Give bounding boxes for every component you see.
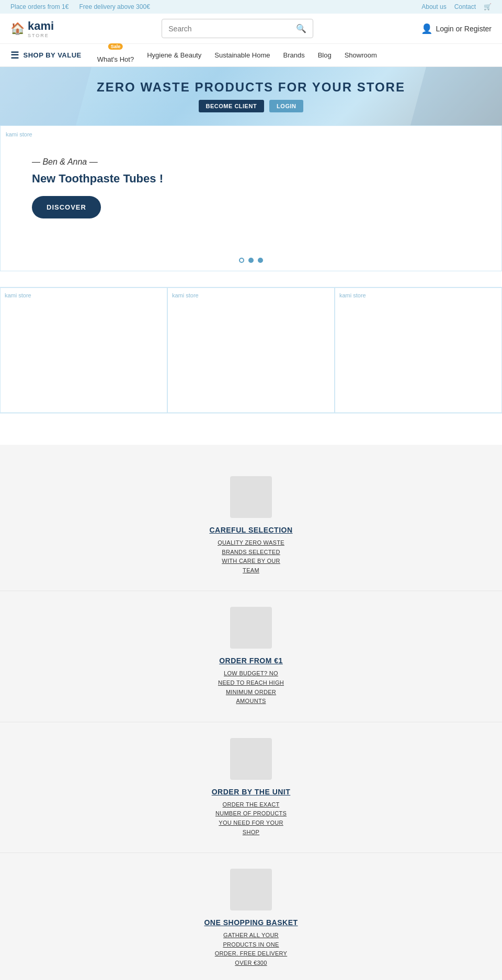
top-bar-links: About us Contact 🛒: [421, 3, 492, 10]
feature-careful-selection: CAREFUL SELECTION QUALITY ZERO WASTEBRAN…: [0, 460, 502, 591]
feature-one-basket: ONE SHOPPING BASKET GATHER ALL YOURPRODU…: [0, 853, 502, 980]
carousel-dot-1[interactable]: [239, 258, 244, 263]
search-input[interactable]: [168, 25, 292, 33]
cart-icon[interactable]: 🛒: [484, 3, 492, 10]
logo-text-group: kami store: [28, 19, 54, 38]
nav-items: Sale What's Hot? Hygiene & Beauty Sustai…: [97, 48, 377, 63]
careful-selection-desc: QUALITY ZERO WASTEBRANDS SELECTEDWITH CA…: [218, 538, 284, 575]
nav-blog[interactable]: Blog: [318, 51, 332, 59]
login-text: Login or Register: [436, 25, 492, 33]
hamburger-icon: ☰: [10, 50, 19, 61]
contact-link[interactable]: Contact: [454, 3, 476, 10]
banner-title: ZERO WASTE PRODUCTS FOR YOUR STORE: [97, 80, 405, 95]
carousel-dot-2[interactable]: [248, 258, 254, 263]
nav-sustainable-home[interactable]: Sustainable Home: [214, 51, 270, 59]
main-nav: ☰ SHOP BY VALUE Sale What's Hot? Hygiene…: [0, 44, 502, 67]
logo-name: kami: [28, 19, 54, 32]
sale-badge: Sale: [108, 43, 123, 50]
order-from-1-title: ORDER FROM €1: [219, 656, 283, 665]
card-3-watermark: kami store: [339, 292, 366, 298]
order-from-1-desc: LOW BUDGET? NONEED TO REACH HIGHMINIMUM …: [218, 669, 284, 706]
carousel-dot-3[interactable]: [258, 258, 263, 263]
card-1-watermark: kami store: [5, 292, 31, 298]
promo-1: Place orders from 1€: [10, 3, 69, 10]
logo-house-icon: 🏠: [10, 22, 25, 36]
hero-watermark: kami store: [6, 131, 32, 137]
feature-order-by-unit: ORDER BY THE UNIT ORDER THE EXACTNUMBER …: [0, 722, 502, 853]
banner-login-button[interactable]: LOGIN: [269, 100, 303, 112]
product-card-1: kami store: [0, 287, 167, 413]
spacer-2: [0, 413, 502, 429]
order-by-unit-desc: ORDER THE EXACTNUMBER OF PRODUCTSYOU NEE…: [215, 800, 287, 837]
features-section: CAREFUL SELECTION QUALITY ZERO WASTEBRAN…: [0, 445, 502, 980]
hero-brand: — Ben & Anna —: [32, 157, 98, 167]
product-card-3: kami store: [335, 287, 502, 413]
header-login[interactable]: 👤 Login or Register: [421, 23, 492, 34]
nav-brands[interactable]: Brands: [283, 51, 304, 59]
top-bar-promos: Place orders from 1€ Free delivery above…: [10, 3, 150, 10]
header: 🏠 kami store 🔍 👤 Login or Register: [0, 14, 502, 44]
card-2-watermark: kami store: [172, 292, 199, 298]
logo[interactable]: 🏠 kami store: [10, 19, 54, 38]
order-by-unit-title: ORDER BY THE UNIT: [212, 788, 291, 796]
nav-hygiene-beauty[interactable]: Hygiene & Beauty: [147, 51, 201, 59]
hero-content: — Ben & Anna — New Toothpaste Tubes ! DI…: [1, 126, 501, 250]
banner-buttons: BECOME CLIENT LOGIN: [199, 100, 304, 112]
one-basket-icon: [230, 869, 272, 910]
nav-showroom[interactable]: Showroom: [345, 51, 377, 59]
user-icon: 👤: [421, 23, 432, 34]
about-link[interactable]: About us: [421, 3, 446, 10]
search-icon: 🔍: [296, 24, 306, 33]
logo-sub: store: [28, 33, 54, 38]
one-basket-title: ONE SHOPPING BASKET: [204, 918, 298, 927]
careful-selection-title: CAREFUL SELECTION: [209, 526, 292, 534]
feature-order-from-1: ORDER FROM €1 LOW BUDGET? NONEED TO REAC…: [0, 591, 502, 722]
hero-title: New Toothpaste Tubes !: [32, 172, 163, 186]
search-bar[interactable]: 🔍: [162, 19, 313, 38]
order-by-unit-icon: [230, 738, 272, 780]
careful-selection-icon: [230, 476, 272, 518]
become-client-button[interactable]: BECOME CLIENT: [199, 100, 265, 112]
spacer-1: [0, 271, 502, 287]
hero-section: kami store — Ben & Anna — New Toothpaste…: [0, 125, 502, 271]
top-bar: Place orders from 1€ Free delivery above…: [0, 0, 502, 14]
promo-2: Free delivery above 300€: [79, 3, 150, 10]
discover-button[interactable]: DISCOVER: [32, 196, 101, 218]
carousel-dots: [1, 250, 501, 271]
hero-banner: ZERO WASTE PRODUCTS FOR YOUR STORE BECOM…: [0, 67, 502, 125]
nav-whats-hot[interactable]: Sale What's Hot?: [97, 53, 134, 63]
product-cards: kami store kami store kami store: [0, 287, 502, 413]
product-card-2: kami store: [167, 287, 335, 413]
order-from-1-icon: [230, 607, 272, 649]
one-basket-desc: GATHER ALL YOURPRODUCTS IN ONEORDER. FRE…: [215, 931, 287, 967]
shop-by-value-label: SHOP BY VALUE: [24, 51, 82, 59]
shop-by-value-btn[interactable]: ☰ SHOP BY VALUE: [10, 50, 82, 61]
